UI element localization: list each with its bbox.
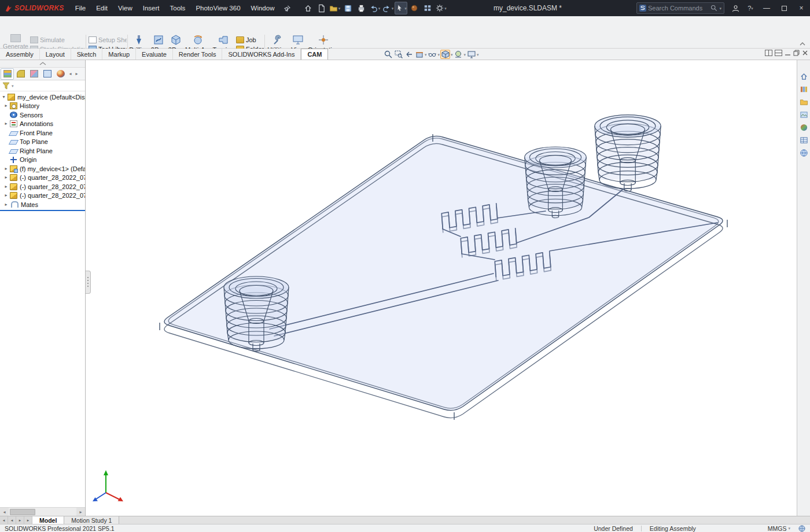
minimize-window-button[interactable]: — [758,0,775,16]
hide-show-caret-icon[interactable]: ▾ [438,53,440,57]
view-palette-icon[interactable] [798,110,809,120]
close-window-button[interactable]: × [793,0,810,16]
expand-icon[interactable]: ▸ [2,202,10,207]
menu-view[interactable]: View [113,0,138,16]
root-expand-icon[interactable]: ▾ [0,94,8,99]
search-caret-icon[interactable]: ▾ [719,6,721,10]
assembly-3d-model[interactable] [86,60,797,516]
tab-dimxpertmanager[interactable] [41,68,54,80]
tab-displaymanager[interactable] [54,68,67,80]
tab-propertymanager[interactable] [14,68,27,80]
solidworks-forum-icon[interactable] [798,148,809,158]
tab-model[interactable]: Model [32,516,64,524]
split-pane-icon[interactable] [775,50,782,56]
scroll-left-icon[interactable]: ◂ [0,508,9,516]
apply-scene-icon[interactable] [454,50,463,59]
tab-scroll-first-icon[interactable]: ◂ [0,516,8,524]
tree-item-component-3[interactable]: ▸ (-) quarter_28_2022_07_01 [0,182,85,191]
tree-item-history[interactable]: ▸ History [0,101,85,110]
tab-assembly[interactable]: Assembly [0,49,40,60]
menu-file[interactable]: File [70,0,91,16]
solidworks-resources-icon[interactable] [798,72,809,82]
tree-root[interactable]: ▾ my_device (Default<Display S [0,93,85,101]
search-commands-box[interactable]: ▾ [636,2,724,14]
zoom-area-icon[interactable] [393,50,403,59]
undo-caret-icon[interactable]: ▾ [378,6,381,10]
menu-insert[interactable]: Insert [138,0,165,16]
menu-tools[interactable]: Tools [165,0,191,16]
tab-evaluate[interactable]: Evaluate [136,49,173,60]
panel-horizontal-scrollbar[interactable]: ◂ ▸ [0,507,85,516]
section-view-caret-icon[interactable]: ▾ [425,53,427,57]
zoom-fit-icon[interactable] [383,50,393,59]
tree-item-component-2[interactable]: ▸ (-) quarter_28_2022_07_01 [0,173,85,182]
home-icon[interactable] [301,2,314,14]
view-settings-caret-icon[interactable]: ▾ [477,53,479,57]
apply-scene-caret-icon[interactable]: ▾ [464,53,466,57]
search-input[interactable] [648,5,709,12]
panel-tabs-scroll-right-icon[interactable]: ▸ [73,71,80,76]
file-explorer-icon[interactable] [798,97,809,107]
appearances-scenes-icon[interactable] [798,123,809,132]
tree-item-top-plane[interactable]: Top Plane [0,137,85,146]
expand-icon[interactable]: ▸ [2,166,10,171]
tab-render-tools[interactable]: Render Tools [173,49,223,60]
tab-featuremanager-tree[interactable] [1,68,14,80]
component-grid-icon[interactable] [421,2,434,14]
new-document-icon[interactable] [315,2,327,14]
panel-splitter-handle[interactable] [86,271,91,294]
filter-caret-icon[interactable]: ▾ [12,84,14,88]
graphics-area[interactable] [86,60,797,516]
previous-view-icon[interactable] [404,50,414,59]
editing-mode-text[interactable]: Editing Assembly [650,525,696,532]
tree-item-component-4[interactable]: ▸ (-) quarter_28_2022_07_01 [0,191,85,200]
expand-icon[interactable]: ▸ [2,193,10,198]
units-selector[interactable]: MMGS ▾ [768,525,790,532]
status-globe-icon[interactable] [798,525,805,532]
help-caret-icon[interactable]: ▾ [751,6,753,10]
tree-item-annotations[interactable]: ▸ Annotations [0,119,85,128]
ribbon-collapse-icon[interactable] [800,42,805,46]
section-view-icon[interactable] [414,50,424,59]
panel-collapse-handle[interactable] [0,60,85,68]
tab-markup[interactable]: Markup [102,49,136,60]
tab-scroll-left-icon[interactable]: ◂ [8,516,16,524]
options-gear-icon[interactable]: ▾ [435,2,447,14]
tab-layout[interactable]: Layout [40,49,71,60]
close-doc-icon[interactable] [802,50,808,56]
tile-panes-icon[interactable] [765,50,772,56]
select-tool-icon[interactable]: ▾ [395,2,407,14]
restore-doc-icon[interactable] [793,50,800,56]
undo-icon[interactable]: ▾ [368,2,381,14]
appearance-icon[interactable] [408,2,421,14]
tab-sketch[interactable]: Sketch [71,49,103,60]
expand-icon[interactable]: ▸ [2,184,10,189]
account-icon[interactable] [729,2,742,14]
hide-show-items-icon[interactable] [428,50,437,59]
custom-properties-icon[interactable] [798,135,809,145]
panel-tabs-scroll-left-icon[interactable]: ◂ [67,71,73,76]
tree-item-origin[interactable]: Origin [0,155,85,164]
tab-motion-study-1[interactable]: Motion Study 1 [64,516,119,524]
tab-scroll-last-icon[interactable]: ▸ [24,516,32,524]
tab-scroll-right-icon[interactable]: ▸ [16,516,24,524]
job-button[interactable]: Job [236,35,264,44]
design-library-icon[interactable] [798,84,809,94]
tree-item-front-plane[interactable]: Front Plane [0,128,85,137]
expand-icon[interactable]: ▸ [2,103,10,108]
redo-icon[interactable]: ▾ [381,2,394,14]
redo-caret-icon[interactable]: ▾ [392,6,394,10]
open-icon[interactable]: ▾ [328,2,341,14]
menu-photoview-360[interactable]: PhotoView 360 [190,0,245,16]
print-icon[interactable] [355,2,367,14]
tree-item-mates[interactable]: ▸ Mates [0,200,85,209]
minimize-doc-icon[interactable] [785,50,791,56]
help-icon[interactable]: ?▾ [744,2,757,14]
display-style-icon[interactable] [440,50,450,59]
tab-configurationmanager[interactable] [27,68,41,80]
tree-filter-button[interactable]: ▾ [0,80,85,91]
save-icon[interactable] [341,2,354,14]
expand-icon[interactable]: ▸ [2,121,10,126]
select-caret-icon[interactable]: ▾ [404,6,407,10]
tree-item-sensors[interactable]: Sensors [0,110,85,119]
